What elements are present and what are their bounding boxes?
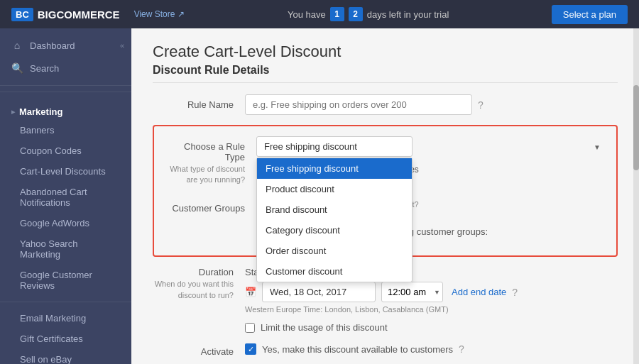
rule-name-row: Rule Name ?: [153, 94, 618, 115]
sell-on-ebay-label: Sell on eBay: [20, 354, 72, 364]
chevron-icon: ▸: [11, 108, 15, 116]
logo: BC BIGCOMMERCE: [11, 8, 120, 21]
rule-name-input[interactable]: [245, 94, 472, 115]
activate-label: Activate: [153, 341, 245, 357]
dropdown-arrow-icon: ▼: [594, 143, 601, 150]
sidebar-item-sell-on-ebay[interactable]: Sell on eBay: [0, 349, 131, 364]
limit-usage-checkbox[interactable]: [245, 323, 255, 333]
limit-usage-row: Limit the usage of this discount: [245, 322, 618, 333]
trial-badge-2: 2: [349, 7, 363, 21]
view-store-link[interactable]: View Store ↗: [134, 9, 185, 19]
content-area: Create Cart-Level Discount Discount Rule…: [131, 28, 639, 364]
calendar-icon: 📅: [245, 287, 256, 297]
sidebar-item-search[interactable]: 🔍 Search: [0, 57, 131, 79]
google-adwords-label: Google AdWords: [20, 218, 89, 228]
page-title: Create Cart-Level Discount: [153, 43, 618, 61]
rule-type-dropdown-wrapper: Free shipping discountProduct discountBr…: [256, 136, 606, 157]
dropdown-item-order[interactable]: Order discount: [257, 241, 412, 261]
gift-certificates-label: Gift Certificates: [20, 333, 83, 344]
coupon-codes-label: Coupon Codes: [20, 145, 82, 156]
add-end-date-link[interactable]: Add end date: [452, 287, 506, 297]
dashboard-label: Dashboard: [30, 40, 75, 51]
trial-badge-1: 1: [330, 7, 344, 21]
timezone-text: Western Europe Time: London, Lisbon, Cas…: [245, 305, 518, 314]
rule-type-dropdown-menu: Free shipping discount Product discount …: [256, 158, 413, 282]
yahoo-search-label: Yahoo Search Marketing: [20, 238, 77, 260]
dropdown-item-brand[interactable]: Brand discount: [257, 199, 412, 220]
sidebar-divider-1: [0, 92, 131, 92]
duration-label-col: Duration When do you want this discount …: [153, 267, 245, 301]
topbar: BC BIGCOMMERCE View Store ↗ You have 1 2…: [0, 0, 639, 28]
search-label: Search: [30, 63, 59, 74]
dropdown-item-product[interactable]: Product discount: [257, 179, 412, 199]
sidebar-item-cart-level-discounts[interactable]: Cart-Level Discounts: [0, 161, 131, 182]
rule-type-label: Choose a Rule Type: [164, 136, 245, 162]
scrollbar-track[interactable]: [633, 28, 639, 364]
marketing-label: Marketing: [19, 106, 62, 117]
sidebar-item-banners[interactable]: Banners: [0, 120, 131, 140]
rule-type-label-col: Choose a Rule Type What type of discount…: [164, 136, 256, 186]
search-icon: 🔍: [11, 62, 23, 74]
logo-text: BIGCOMMERCE: [38, 9, 120, 21]
rule-name-help-icon[interactable]: ?: [478, 99, 484, 111]
rule-type-section: Choose a Rule Type What type of discount…: [153, 125, 618, 257]
sidebar-item-coupon-codes[interactable]: Coupon Codes: [0, 140, 131, 161]
google-customer-reviews-label: Google Customer Reviews: [20, 270, 92, 291]
dropdown-item-customer[interactable]: Customer discount: [257, 261, 412, 282]
sidebar-marketing-header[interactable]: ▸ Marketing: [0, 98, 131, 120]
sidebar-item-abandoned-cart[interactable]: Abandoned Cart Notifications: [0, 182, 131, 213]
rule-type-select[interactable]: Free shipping discountProduct discountBr…: [256, 136, 413, 157]
sidebar-item-google-customer-reviews[interactable]: Google Customer Reviews: [0, 265, 131, 296]
duration-sublabel: When do you want this discount to run?: [153, 279, 234, 301]
date-input[interactable]: [262, 282, 376, 302]
trial-info: You have 1 2 days left in your trial: [288, 7, 449, 21]
time-select-wrapper: 12:00 am ▼: [381, 282, 443, 302]
banners-label: Banners: [20, 125, 54, 136]
section-title: Discount Rule Details: [153, 64, 618, 83]
sidebar-item-yahoo-search[interactable]: Yahoo Search Marketing: [0, 233, 131, 265]
trial-text: days left in your trial: [367, 9, 449, 20]
sidebar-nav-top: ⌂ Dashboard « 🔍 Search: [0, 28, 131, 86]
rule-type-right: Free shipping discountProduct discountBr…: [256, 136, 606, 193]
duration-label: Duration: [153, 267, 234, 277]
view-store-label: View Store: [134, 9, 175, 19]
activate-row: Activate ✓ Yes, make this discount avail…: [153, 341, 618, 357]
limit-usage-label: Limit the usage of this discount: [261, 322, 388, 333]
time-select[interactable]: 12:00 am: [381, 282, 443, 302]
dropdown-item-category[interactable]: Category discount: [257, 220, 412, 241]
trial-text-pre: You have: [288, 9, 326, 20]
activate-checkbox[interactable]: ✓: [245, 343, 256, 355]
main-layout: ⌂ Dashboard « 🔍 Search ▸ Marketing Banne…: [0, 28, 639, 364]
customer-groups-label: Customer Groups: [164, 200, 256, 214]
rule-name-input-group: ?: [245, 94, 618, 115]
sidebar-item-gift-certificates[interactable]: Gift Certificates: [0, 329, 131, 349]
select-plan-button[interactable]: Select a plan: [552, 5, 628, 24]
dropdown-item-free-shipping[interactable]: Free shipping discount: [257, 158, 412, 179]
sidebar-item-dashboard[interactable]: ⌂ Dashboard «: [0, 34, 131, 57]
date-input-group: 📅 12:00 am ▼ Add end date ?: [245, 282, 518, 302]
rule-type-sublabel: What type of discount are you running?: [164, 164, 245, 186]
duration-help-icon[interactable]: ?: [512, 287, 518, 298]
sidebar-item-google-adwords[interactable]: Google AdWords: [0, 213, 131, 233]
logo-icon: BC: [11, 8, 33, 21]
sidebar-divider-2: [0, 302, 131, 302]
sidebar-item-email-marketing[interactable]: Email Marketing: [0, 308, 131, 329]
cart-level-discounts-label: Cart-Level Discounts: [20, 166, 106, 177]
home-icon: ⌂: [11, 40, 23, 51]
scrollbar-thumb[interactable]: [633, 85, 639, 170]
abandoned-cart-label: Abandoned Cart Notifications: [20, 187, 87, 208]
sidebar: ⌂ Dashboard « 🔍 Search ▸ Marketing Banne…: [0, 28, 131, 364]
collapse-icon: «: [120, 41, 124, 50]
external-link-icon: ↗: [178, 9, 185, 19]
content-inner: Create Cart-Level Discount Discount Rule…: [131, 28, 639, 364]
activate-help-icon[interactable]: ?: [459, 343, 464, 355]
rule-type-row: Choose a Rule Type What type of discount…: [164, 136, 606, 193]
activate-text: Yes, make this discount available to cus…: [262, 344, 453, 355]
email-marketing-label: Email Marketing: [20, 313, 86, 324]
rule-name-label: Rule Name: [153, 94, 245, 110]
